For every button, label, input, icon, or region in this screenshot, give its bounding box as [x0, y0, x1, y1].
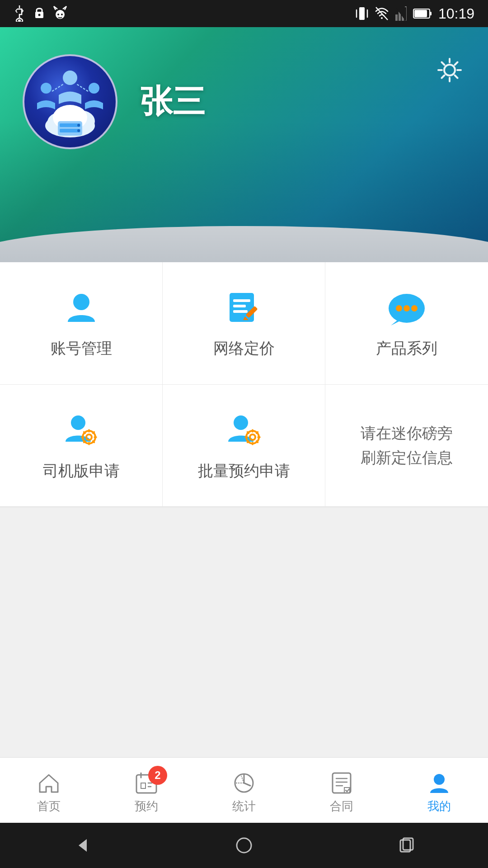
svg-point-30 — [73, 294, 89, 310]
battery-icon — [413, 8, 432, 19]
svg-point-18 — [89, 83, 99, 94]
mine-icon — [427, 771, 451, 795]
lock-icon — [33, 5, 45, 22]
menu-item-location[interactable]: 请在迷你磅旁 刷新定位信息 — [325, 385, 488, 507]
svg-point-16 — [63, 71, 77, 85]
home-icon — [37, 771, 61, 795]
bottom-nav: 首页 2 预约 统计 — [0, 757, 488, 823]
svg-point-0 — [18, 19, 21, 22]
android-home-button[interactable] — [235, 836, 253, 854]
svg-point-28 — [77, 124, 80, 127]
nav-item-home[interactable]: 首页 — [0, 758, 98, 823]
nav-label-home: 首页 — [37, 798, 61, 814]
contract-icon — [330, 771, 353, 795]
svg-point-40 — [404, 305, 410, 311]
svg-rect-14 — [414, 10, 427, 17]
settings-button[interactable] — [434, 54, 465, 86]
svg-point-29 — [77, 129, 80, 132]
wifi-icon — [375, 5, 389, 22]
driver-icon — [61, 410, 102, 450]
status-time: 10:19 — [438, 5, 474, 22]
svg-point-41 — [411, 305, 418, 311]
android-nav — [0, 823, 488, 868]
svg-rect-13 — [430, 12, 432, 15]
menu-item-account[interactable]: 账号管理 — [0, 262, 163, 385]
svg-point-52 — [434, 774, 445, 785]
pricing-icon — [224, 287, 264, 328]
svg-rect-34 — [233, 310, 248, 313]
devil-icon — [53, 5, 67, 22]
pricing-label: 网络定价 — [213, 338, 275, 359]
username: 张三 — [140, 80, 205, 123]
avatar[interactable] — [23, 54, 117, 149]
products-label: 产品系列 — [376, 338, 437, 359]
menu-grid: 账号管理 网络定价 — [0, 262, 488, 507]
svg-point-42 — [71, 415, 85, 430]
svg-marker-53 — [79, 839, 87, 852]
nav-label-booking: 预约 — [135, 798, 158, 814]
usb-icon — [14, 5, 25, 22]
products-icon — [386, 287, 427, 328]
svg-line-19 — [52, 84, 64, 91]
svg-rect-32 — [233, 299, 250, 302]
nav-label-mine: 我的 — [427, 798, 451, 814]
menu-item-products[interactable]: 产品系列 — [325, 262, 488, 385]
nav-item-stats[interactable]: 统计 — [195, 758, 293, 823]
account-label: 账号管理 — [51, 338, 112, 359]
svg-point-44 — [86, 434, 92, 440]
svg-point-39 — [396, 305, 402, 311]
signal-icon — [395, 5, 407, 22]
nav-label-stats: 统计 — [232, 798, 256, 814]
svg-point-2 — [38, 14, 41, 16]
account-icon — [61, 287, 102, 328]
stats-icon — [232, 771, 256, 795]
driver-label: 司机版申请 — [43, 460, 120, 482]
status-icons-right: 10:19 — [355, 5, 474, 22]
status-icons-left — [14, 5, 67, 22]
vibrate-icon — [355, 5, 369, 22]
header-content: 张三 — [0, 27, 488, 149]
header-area: 张三 — [0, 27, 488, 262]
menu-item-driver[interactable]: 司机版申请 — [0, 385, 163, 507]
status-bar: 10:19 — [0, 0, 488, 27]
batch-label: 批量预约申请 — [198, 460, 290, 482]
location-text-line1: 请在迷你磅旁 — [361, 421, 453, 445]
svg-point-15 — [444, 65, 455, 75]
svg-point-54 — [237, 838, 251, 853]
location-text-line2: 刷新定位信息 — [361, 445, 453, 470]
svg-point-4 — [57, 14, 59, 15]
svg-point-45 — [234, 415, 248, 430]
android-back-button[interactable] — [72, 836, 90, 854]
svg-rect-6 — [359, 7, 365, 20]
nav-item-booking[interactable]: 2 预约 — [98, 758, 195, 823]
booking-badge: 2 — [148, 766, 167, 785]
svg-point-17 — [41, 83, 52, 94]
android-recents-button[interactable] — [398, 836, 416, 854]
svg-point-47 — [250, 434, 255, 440]
menu-item-batch[interactable]: 批量预约申请 — [163, 385, 325, 507]
svg-rect-25 — [58, 121, 82, 136]
svg-rect-33 — [233, 305, 246, 307]
menu-item-pricing[interactable]: 网络定价 — [163, 262, 325, 385]
batch-icon — [224, 410, 264, 450]
nav-item-mine[interactable]: 我的 — [390, 758, 488, 823]
nav-label-contract: 合同 — [330, 798, 353, 814]
svg-point-5 — [61, 14, 63, 15]
svg-rect-8 — [395, 14, 398, 21]
svg-marker-38 — [391, 320, 400, 326]
nav-item-contract[interactable]: 合同 — [293, 758, 390, 823]
booking-icon: 2 — [135, 771, 158, 795]
svg-line-20 — [76, 84, 88, 91]
